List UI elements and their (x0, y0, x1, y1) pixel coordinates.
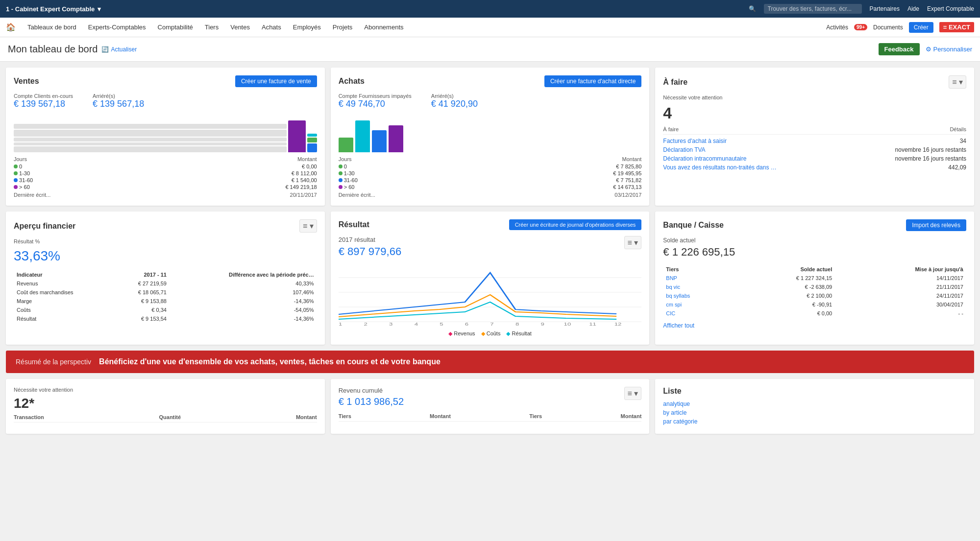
dashboard: Ventes Créer une facture de vente Compte… (0, 62, 980, 351)
banque-solde-label: Solde actuel (663, 237, 966, 244)
afaire-number: 4 (663, 104, 966, 122)
nav-tiers[interactable]: Tiers (199, 18, 224, 37)
nav-bar: 🏠 Tableaux de bord Experts-Comptables Co… (0, 18, 980, 37)
top-bar-right: 🔍 Partenaires Aide Expert Comptable (749, 4, 974, 14)
activites-label: Activités (826, 24, 848, 31)
import-releves-button[interactable]: Import des relevés (906, 219, 966, 231)
apercu-card: Aperçu financier ≡ ▾ Résultat % 33,63% I… (6, 212, 325, 345)
creer-facture-vente-button[interactable]: Créer une facture de vente (235, 75, 317, 87)
achats-arriere-block: Arriéré(s) € 41 920,90 (431, 93, 478, 109)
banner-label: Résumé de la perspectiv (16, 358, 91, 366)
liste-link-by-article[interactable]: by article (663, 408, 966, 417)
svg-text:1: 1 (339, 322, 342, 327)
resultat-menu-button[interactable]: ≡ ▾ (624, 236, 642, 249)
banque-header: Banque / Caisse Import des relevés (663, 219, 966, 231)
liste-links: analytique by article par catégorie (663, 400, 966, 426)
expert-comptable-menu[interactable]: Expert Comptable (927, 5, 974, 12)
liste-link-par-categorie[interactable]: par catégorie (663, 417, 966, 426)
achats-title: Achats (339, 77, 365, 86)
search-input[interactable] (764, 4, 862, 14)
svg-text:11: 11 (589, 322, 596, 327)
nav-tableaux[interactable]: Tableaux de bord (22, 18, 82, 37)
afaire-link-1[interactable]: Déclaration TVA (663, 146, 705, 153)
nav-experts[interactable]: Experts-Comptables (82, 18, 152, 37)
banque-card: Banque / Caisse Import des relevés Solde… (655, 212, 974, 345)
exact-logo: = EXACT (939, 22, 974, 32)
afaire-card: À faire ≡ ▾ Nécessite votre attention 4 … (655, 68, 974, 206)
afaire-link-3[interactable]: Vous avez des résultats non-traités dans… (663, 164, 776, 171)
home-icon[interactable]: 🏠 (6, 23, 16, 32)
achats-header: Achats Créer une facture d'achat directe (339, 75, 642, 87)
bottom-attention-label: Nécessite votre attention (14, 387, 317, 393)
sliders-icon: ⚙ (926, 46, 931, 53)
afaire-link-0[interactable]: Factures d'achat à saisir (663, 138, 727, 144)
documents-link[interactable]: Documents (873, 24, 903, 31)
liste-link-analytique[interactable]: analytique (663, 400, 966, 408)
company-name[interactable]: 1 - Cabinet Expert Comptable ▾ (6, 5, 101, 13)
creer-button[interactable]: Créer (909, 22, 933, 33)
banner-text: Bénéficiez d'une vue d'ensemble de vos a… (99, 357, 441, 366)
afaire-menu-button[interactable]: ≡ ▾ (949, 75, 966, 89)
achats-arriere-value: € 41 920,90 (431, 99, 478, 109)
creer-ecriture-button[interactable]: Créer une écriture de journal d'opératio… (509, 219, 642, 230)
achats-compte-block: Compte Fournisseurs impayés € 49 746,70 (339, 93, 412, 109)
fin-row-0: Revenus€ 27 219,5940,33% (15, 280, 316, 287)
bottom-grid: Nécessite votre attention 12* Transactio… (0, 373, 980, 440)
fin-row-4: Résultat€ 9 153,54-14,36% (15, 315, 316, 323)
resultat-chart: 1 2 3 4 5 6 7 8 9 10 11 12 (339, 268, 642, 327)
afaire-table-header: À faire Détails (663, 126, 966, 135)
svg-text:7: 7 (490, 322, 493, 327)
banque-name-4[interactable]: CIC (664, 309, 734, 317)
resultat-legend: ◆ Revenus ◆ Coûts ◆ Résultat (339, 330, 642, 337)
nav-ventes[interactable]: Ventes (224, 18, 256, 37)
afaire-link-2[interactable]: Déclaration intracommunautaire (663, 155, 746, 162)
nav-comptabilite[interactable]: Comptabilité (152, 18, 199, 37)
bottom-attention-card: Nécessite votre attention 12* Transactio… (6, 379, 325, 434)
legend-row-3: > 60€ 149 219,18 (14, 184, 317, 190)
bottom-liste-card: Liste analytique by article par catégori… (655, 379, 974, 434)
aide-menu[interactable]: Aide (907, 5, 919, 12)
afaire-row-2: Déclaration intracommunautaire novembre … (663, 155, 966, 162)
nav-achats[interactable]: Achats (256, 18, 287, 37)
revenus-legend: ◆ Revenus (448, 330, 475, 337)
banque-name-3[interactable]: cm spi (664, 301, 734, 308)
svg-text:12: 12 (614, 322, 621, 327)
nav-projets[interactable]: Projets (327, 18, 358, 37)
nav-right: Activités 99+ Documents Créer = EXACT (826, 22, 974, 33)
fin-col1: 2017 - 11 (115, 271, 169, 279)
bottom-revenu-card: Revenu cumulé € 1 013 986,52 ≡ ▾ Tiers M… (331, 379, 650, 434)
partenaires-menu[interactable]: Partenaires (870, 5, 900, 12)
revenu-label: Revenu cumulé (339, 387, 404, 394)
refresh-icon: 🔄 (101, 46, 109, 53)
legend-row-0: 0€ 0,00 (14, 164, 317, 169)
afficher-tout-link[interactable]: Afficher tout (663, 322, 694, 329)
bottom-attention-header: Transaction Quantité Montant (14, 414, 317, 423)
achats-compte-label: Compte Fournisseurs impayés (339, 93, 412, 99)
revenu-menu-button[interactable]: ≡ ▾ (624, 387, 642, 400)
banque-col1: Tiers (664, 265, 734, 273)
banque-col2: Solde actuel (735, 265, 834, 273)
nav-employes[interactable]: Employés (287, 18, 327, 37)
personaliser-button[interactable]: ⚙ Personnaliser (926, 46, 973, 53)
banque-row-1: bq vic € -2 638,09 21/11/2017 (664, 283, 965, 291)
revenu-value: € 1 013 986,52 (339, 396, 404, 407)
apercu-menu-button[interactable]: ≡ ▾ (299, 219, 317, 233)
banque-table: Tiers Solde actuel Mise à jour jusqu'à B… (663, 264, 966, 318)
apercu-header: Aperçu financier ≡ ▾ (14, 219, 317, 233)
achats-compte-value: € 49 746,70 (339, 99, 412, 109)
actualiser-button[interactable]: 🔄 Actualiser (101, 46, 137, 53)
banque-name-1[interactable]: bq vic (664, 283, 734, 291)
activites-badge[interactable]: 99+ (854, 24, 867, 30)
top-bar: 1 - Cabinet Expert Comptable ▾ 🔍 Partena… (0, 0, 980, 18)
creer-facture-achat-button[interactable]: Créer une facture d'achat directe (544, 75, 641, 87)
nav-abonnements[interactable]: Abonnements (358, 18, 409, 37)
banque-name-2[interactable]: bq syllabs (664, 292, 734, 300)
banque-row-4: CIC € 0,00 - - (664, 309, 965, 317)
achats-arriere-label: Arriéré(s) (431, 93, 478, 99)
page-header: Mon tableau de bord 🔄 Actualiser Feedbac… (0, 37, 980, 62)
fin-row-1: Coût des marchandises€ 18 065,71107,46% (15, 288, 316, 296)
feedback-button[interactable]: Feedback (879, 43, 920, 55)
banque-name-0[interactable]: BNP (664, 274, 734, 282)
achats-card: Achats Créer une facture d'achat directe… (331, 68, 650, 206)
achats-legend-row-0: 0€ 7 825,80 (339, 164, 642, 169)
